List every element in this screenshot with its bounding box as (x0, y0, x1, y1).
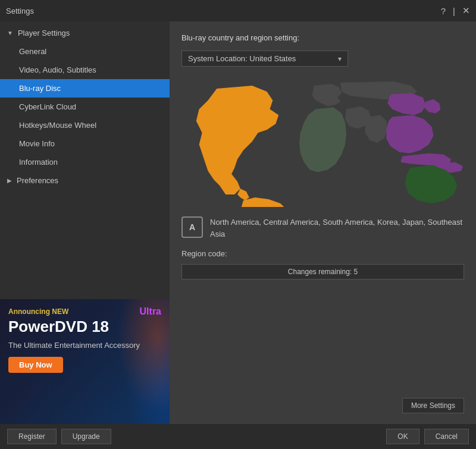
content-panel: Blu-ray country and region setting: Syst… (170, 21, 476, 424)
cancel-button[interactable]: Cancel (424, 429, 469, 444)
register-button[interactable]: Register (7, 429, 57, 444)
ad-announcing-text: Announcing NEW (8, 307, 68, 316)
close-button[interactable]: ✕ (462, 5, 470, 16)
bottom-bar: Register Upgrade OK Cancel (0, 424, 476, 449)
ad-product-name: PowerDVD 18 (8, 318, 161, 335)
bottom-left-buttons: Register Upgrade (7, 429, 111, 444)
ad-buy-now-button[interactable]: Buy Now (8, 357, 63, 373)
player-settings-header[interactable]: ▼ Player Settings (0, 24, 170, 42)
help-button[interactable]: ? (441, 6, 446, 16)
bottom-right-buttons: OK Cancel (386, 429, 469, 444)
region-badge: A (181, 216, 203, 238)
sidebar-nav: ▼ Player Settings General Video, Audio, … (0, 21, 170, 299)
more-settings-row: More Settings (181, 398, 464, 418)
region-description: North America, Central America, South Am… (210, 216, 464, 240)
world-map-area (181, 76, 464, 207)
ad-banner: Announcing NEW Ultra PowerDVD 18 The Ult… (0, 299, 170, 424)
sidebar-item-general[interactable]: General (0, 42, 170, 61)
chevron-down-icon: ▾ (338, 55, 342, 63)
sidebar-item-movie-info[interactable]: Movie Info (0, 134, 170, 153)
region-info: A North America, Central America, South … (181, 216, 464, 240)
divider-line: | (453, 6, 455, 16)
sidebar-item-bluray-disc[interactable]: Blu-ray Disc (0, 79, 170, 98)
ad-ultra-text: Ultra (140, 306, 161, 317)
preferences-label: Preferences (17, 176, 58, 185)
window-controls: ? | ✕ (441, 5, 470, 16)
content-section-title: Blu-ray country and region setting: (181, 33, 464, 42)
preferences-arrow: ▶ (7, 177, 12, 184)
sidebar: ▼ Player Settings General Video, Audio, … (0, 21, 170, 424)
world-map-svg (181, 76, 464, 207)
content-spacer (181, 280, 464, 398)
window-title: Settings (6, 7, 34, 15)
region-code-label: Region code: (181, 249, 464, 258)
preferences-header[interactable]: ▶ Preferences (0, 171, 170, 190)
sidebar-item-information[interactable]: Information (0, 153, 170, 171)
player-settings-label: Player Settings (18, 29, 70, 37)
ok-button[interactable]: OK (386, 429, 419, 444)
upgrade-button[interactable]: Upgrade (61, 429, 111, 444)
sidebar-item-video-audio-subtitles[interactable]: Video, Audio, Subtitles (0, 61, 170, 79)
sidebar-item-cyberlink-cloud[interactable]: CyberLink Cloud (0, 98, 170, 116)
player-settings-arrow: ▼ (7, 30, 13, 36)
title-bar: Settings ? | ✕ (0, 0, 476, 21)
sidebar-item-hotkeys-mouse-wheel[interactable]: Hotkeys/Mouse Wheel (0, 116, 170, 134)
changes-remaining-button[interactable]: Changes remaining: 5 (181, 264, 464, 280)
region-dropdown-value: System Location: United States (188, 54, 296, 63)
region-dropdown-container: System Location: United States ▾ (181, 51, 464, 67)
more-settings-button[interactable]: More Settings (402, 398, 464, 413)
ad-tagline: The Ultimate Entertainment Accessory (8, 340, 161, 351)
main-area: ▼ Player Settings General Video, Audio, … (0, 21, 476, 424)
region-dropdown[interactable]: System Location: United States ▾ (181, 51, 348, 67)
